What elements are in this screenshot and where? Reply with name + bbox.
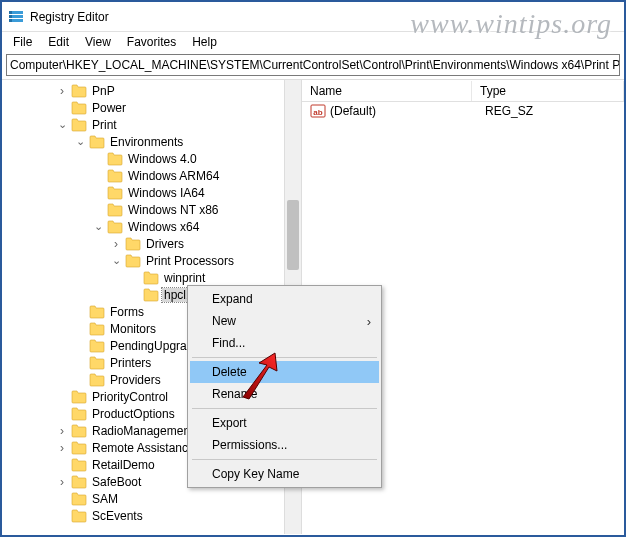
- tree-item[interactable]: Windows IA64: [2, 184, 284, 201]
- folder-icon: [107, 152, 123, 166]
- tree-item-label: Power: [90, 101, 128, 115]
- tree-item[interactable]: Windows x64: [2, 218, 284, 235]
- tree-item[interactable]: Environments: [2, 133, 284, 150]
- folder-icon: [71, 492, 87, 506]
- tree-item[interactable]: ScEvents: [2, 507, 284, 524]
- tree-item[interactable]: Power: [2, 99, 284, 116]
- tree-item[interactable]: Print Processors: [2, 252, 284, 269]
- tree-item-label: Environments: [108, 135, 185, 149]
- tree-item[interactable]: Windows ARM64: [2, 167, 284, 184]
- address-bar[interactable]: Computer\HKEY_LOCAL_MACHINE\SYSTEM\Curre…: [6, 54, 620, 76]
- menu-item-permissions[interactable]: Permissions...: [190, 434, 379, 456]
- tree-item[interactable]: Print: [2, 116, 284, 133]
- tree-item-label: SAM: [90, 492, 120, 506]
- chevron-right-icon[interactable]: [56, 85, 68, 97]
- menu-separator: [192, 408, 377, 409]
- tree-item-label: winprint: [162, 271, 207, 285]
- tree-item-label: Windows x64: [126, 220, 201, 234]
- folder-icon: [71, 441, 87, 455]
- folder-icon: [71, 458, 87, 472]
- chevron-down-icon[interactable]: [74, 136, 86, 148]
- value-type: REG_SZ: [485, 104, 624, 118]
- tree-item-label: SafeBoot: [90, 475, 143, 489]
- folder-icon: [107, 203, 123, 217]
- folder-icon: [107, 186, 123, 200]
- registry-editor-icon: [8, 9, 24, 25]
- list-row[interactable]: ab(Default)REG_SZ: [302, 102, 624, 120]
- chevron-right-icon[interactable]: [56, 425, 68, 437]
- tree-item-label: Print: [90, 118, 119, 132]
- tree-item-label: PendingUpgrad: [108, 339, 195, 353]
- folder-icon: [71, 475, 87, 489]
- tree-item-label: Printers: [108, 356, 153, 370]
- tree-item-label: PnP: [90, 84, 117, 98]
- menu-item-expand[interactable]: Expand: [190, 288, 379, 310]
- menu-item-new[interactable]: New: [190, 310, 379, 332]
- tree-item-label: Remote Assistance: [90, 441, 197, 455]
- context-menu: ExpandNewFind...DeleteRenameExportPermis…: [187, 285, 382, 488]
- folder-icon: [89, 339, 105, 353]
- folder-icon: [143, 288, 159, 302]
- menu-separator: [192, 357, 377, 358]
- tree-item-label: Forms: [108, 305, 146, 319]
- svg-rect-4: [9, 15, 12, 18]
- menu-view[interactable]: View: [78, 34, 118, 50]
- folder-icon: [125, 237, 141, 251]
- tree-item[interactable]: SAM: [2, 490, 284, 507]
- menu-file[interactable]: File: [6, 34, 39, 50]
- tree-item[interactable]: Windows 4.0: [2, 150, 284, 167]
- folder-icon: [71, 101, 87, 115]
- folder-icon: [89, 356, 105, 370]
- tree-item-label: RetailDemo: [90, 458, 157, 472]
- folder-icon: [71, 509, 87, 523]
- list-header: Name Type: [302, 80, 624, 102]
- tree-item-label: PriorityControl: [90, 390, 170, 404]
- tree-item-label: Print Processors: [144, 254, 236, 268]
- folder-icon: [89, 305, 105, 319]
- value-name: (Default): [330, 104, 485, 118]
- chevron-down-icon[interactable]: [110, 255, 122, 267]
- scrollbar-thumb[interactable]: [287, 200, 299, 270]
- chevron-down-icon[interactable]: [56, 119, 68, 131]
- menu-favorites[interactable]: Favorites: [120, 34, 183, 50]
- tree-item-label: ScEvents: [90, 509, 145, 523]
- svg-text:ab: ab: [313, 108, 322, 117]
- column-header-type[interactable]: Type: [472, 81, 624, 101]
- titlebar: Registry Editor: [2, 2, 624, 32]
- folder-icon: [71, 84, 87, 98]
- tree-item-label: Windows ARM64: [126, 169, 221, 183]
- tree-item-label: Providers: [108, 373, 163, 387]
- chevron-down-icon[interactable]: [92, 221, 104, 233]
- menu-item-rename[interactable]: Rename: [190, 383, 379, 405]
- tree-item[interactable]: Windows NT x86: [2, 201, 284, 218]
- folder-icon: [71, 424, 87, 438]
- menu-item-find[interactable]: Find...: [190, 332, 379, 354]
- svg-rect-5: [9, 19, 12, 22]
- menu-edit[interactable]: Edit: [41, 34, 76, 50]
- tree-item-label: Monitors: [108, 322, 158, 336]
- tree-item-label: ProductOptions: [90, 407, 177, 421]
- column-header-name[interactable]: Name: [302, 81, 472, 101]
- tree-item[interactable]: PnP: [2, 82, 284, 99]
- menu-separator: [192, 459, 377, 460]
- folder-icon: [107, 220, 123, 234]
- tree-item-label: Windows 4.0: [126, 152, 199, 166]
- tree-item[interactable]: Drivers: [2, 235, 284, 252]
- tree-item[interactable]: winprint: [2, 269, 284, 286]
- folder-icon: [71, 118, 87, 132]
- chevron-right-icon[interactable]: [110, 238, 122, 250]
- folder-icon: [71, 407, 87, 421]
- chevron-right-icon[interactable]: [56, 476, 68, 488]
- folder-icon: [71, 390, 87, 404]
- menu-item-copy-key-name[interactable]: Copy Key Name: [190, 463, 379, 485]
- address-path: Computer\HKEY_LOCAL_MACHINE\SYSTEM\Curre…: [10, 58, 620, 72]
- svg-rect-3: [9, 11, 12, 14]
- menu-item-delete[interactable]: Delete: [190, 361, 379, 383]
- string-value-icon: ab: [310, 103, 326, 119]
- menu-help[interactable]: Help: [185, 34, 224, 50]
- chevron-right-icon[interactable]: [56, 442, 68, 454]
- tree-item-label: Windows NT x86: [126, 203, 220, 217]
- window-title: Registry Editor: [30, 10, 109, 24]
- folder-icon: [89, 322, 105, 336]
- menu-item-export[interactable]: Export: [190, 412, 379, 434]
